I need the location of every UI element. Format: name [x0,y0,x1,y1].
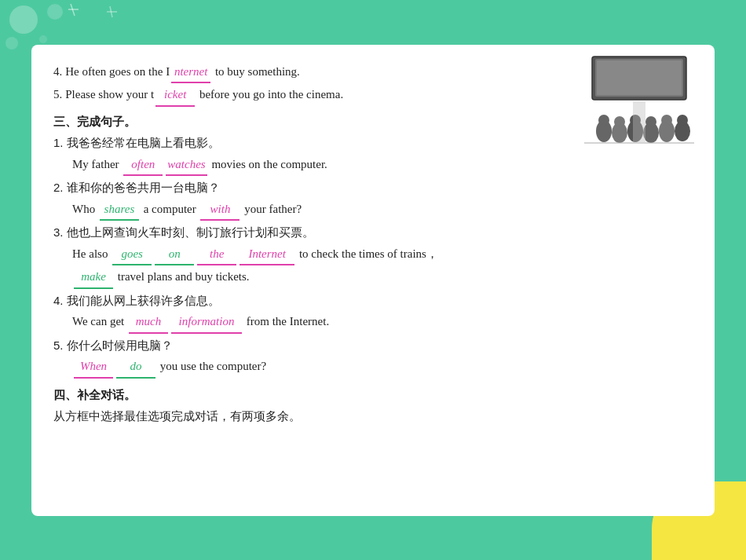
item4-chinese: 4. 我们能从网上获得许多信息。 [53,291,693,311]
item3-blank-the: the [197,244,236,266]
item-4-text2: to buy something. [212,62,300,82]
item-4-blank1: nternet [171,62,210,84]
item5-number: 5. [53,335,64,356]
item1-eng-1: My father [72,155,122,175]
item-5-text1: Please show your t [65,85,154,105]
item4-cn-text: 我们能从网上获得许多信息。 [64,291,220,311]
item3-english-line2: make travel plans and buy tickets. [53,267,693,289]
svg-point-22 [677,115,688,126]
svg-point-18 [645,116,656,127]
item3-english-line1: He also goes on the Internet to check th… [53,244,693,266]
svg-line-4 [71,4,75,16]
item1-cn-text: 我爸爸经常在电脑上看电影。 [64,133,220,153]
item1-blank-often: often [123,155,163,177]
item3-eng-3: travel plans and buy tickets. [115,267,250,287]
svg-point-14 [614,116,625,127]
item5-eng-1: you use the computer? [157,357,266,377]
item3-blank-make: make [74,267,113,289]
item3-chinese: 3. 他也上网查询火车时刻、制订旅行计划和买票。 [53,222,693,243]
svg-point-3 [39,35,47,43]
svg-point-0 [9,5,38,34]
section4-heading: 四、补全对话。 [53,385,693,405]
item2-eng-3: your father? [241,199,302,220]
item4-eng-2: from the Internet. [243,312,329,332]
item1-english: My father often watches movies on the co… [53,155,693,177]
section3-item2: 2. 谁和你的爸爸共用一台电脑？ Who shares a computer w… [53,178,693,221]
item3-eng-1: He also [72,244,111,265]
item1-eng-2: movies on the computer. [209,155,327,175]
item4-number: 4. [53,291,64,311]
section3-item5: 5. 你什么时候用电脑？ When do you use the compute… [53,335,693,379]
section3-item4: 4. 我们能从网上获得许多信息。 We can get much informa… [53,291,693,334]
item2-number: 2. [53,178,64,198]
cinema-illustration [576,53,702,155]
item2-eng-1: Who [72,199,98,220]
item-5-blank1: icket [155,85,195,107]
item2-blank-with: with [200,199,240,221]
item2-eng-2: a computer [141,199,199,220]
item5-cn-text: 你什么时候用电脑？ [64,335,173,356]
item3-blank-goes: goes [112,244,152,266]
item5-chinese: 5. 你什么时候用电脑？ [53,335,693,356]
svg-point-2 [5,37,18,49]
svg-rect-24 [633,101,645,142]
item-5-number: 5. [53,85,62,105]
item-4-text1: He often goes on the I [65,62,170,82]
svg-line-6 [110,6,112,17]
item3-blank-internet: Internet [240,244,294,266]
item4-blank-much: much [129,312,168,334]
item3-number: 3. [53,222,64,243]
item4-eng-1: We can get [72,312,127,332]
item2-chinese: 2. 谁和你的爸爸共用一台电脑？ [53,178,693,198]
item5-blank-do: do [116,357,155,379]
item5-blank-when: When [74,357,113,379]
item2-blank-shares: shares [100,199,139,221]
main-card: 4. He often goes on the I nternet to buy… [31,45,715,516]
item1-blank-watches: watches [166,155,207,177]
item5-english: When do you use the computer? [53,357,693,379]
item3-blank-on: on [155,244,194,266]
svg-point-1 [47,4,63,20]
item-5-text2: before you go into the cinema. [196,85,343,105]
section4-sub: 从方框中选择最佳选项完成对话，有两项多余。 [53,406,693,426]
svg-point-12 [598,115,609,126]
svg-point-20 [661,115,672,126]
section3-item3: 3. 他也上网查询火车时刻、制订旅行计划和买票。 He also goes on… [53,222,693,289]
item3-eng-2: to check the times of trains， [296,244,438,265]
item2-english: Who shares a computer with your father? [53,199,693,221]
item-4-number: 4. [53,62,62,82]
item3-cn-text: 他也上网查询火车时刻、制订旅行计划和买票。 [64,222,314,243]
item2-cn-text: 谁和你的爸爸共用一台电脑？ [64,178,220,198]
item1-number: 1. [53,133,64,153]
item4-blank-information: information [171,312,242,334]
item4-english: We can get much information from the Int… [53,312,693,334]
svg-rect-10 [597,60,682,95]
